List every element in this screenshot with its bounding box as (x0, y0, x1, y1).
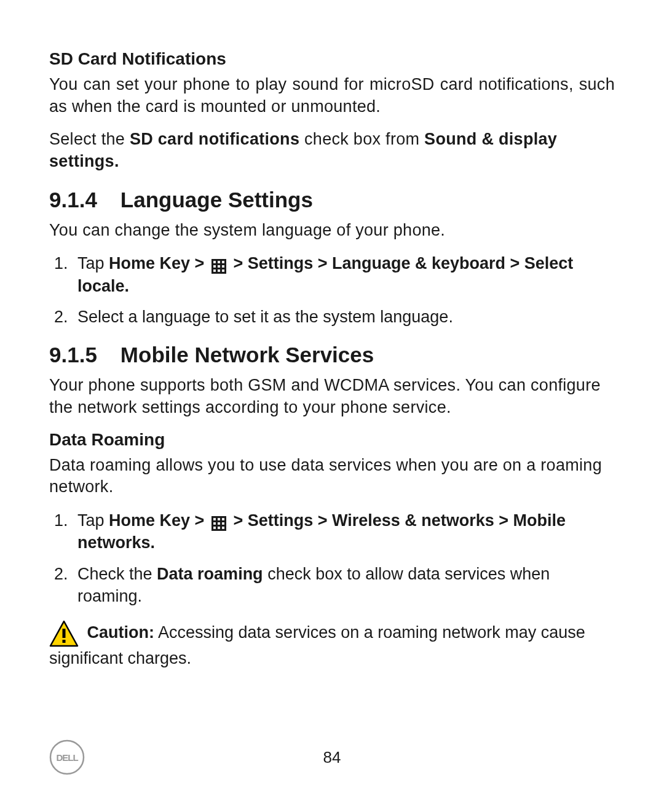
svg-rect-11 (213, 518, 216, 520)
subheading-data-roaming: Data Roaming (49, 430, 615, 450)
section-number-915: 9.1.5 (49, 343, 97, 367)
svg-rect-21 (63, 629, 66, 638)
heading-language: 9.1.4Language Settings (49, 188, 615, 212)
lang-step-2: Select a language to set it as the syste… (73, 306, 615, 328)
sd-p2-c: check box from (299, 130, 424, 148)
svg-rect-1 (213, 261, 216, 263)
lang-steps: Tap Home Key > > Settings > Language & k… (49, 252, 615, 328)
mobile-steps: Tap Home Key > > Settings > Wireless & n… (49, 509, 615, 608)
svg-rect-13 (222, 518, 224, 520)
section-number-914: 9.1.4 (49, 188, 97, 212)
svg-rect-3 (222, 261, 224, 263)
mobile-p1: Your phone supports both GSM and WCDMA s… (49, 375, 615, 418)
svg-rect-14 (213, 522, 216, 525)
page-number: 84 (85, 748, 579, 767)
lang-li1-b: Home Key > (109, 254, 209, 273)
section-title-mobile: Mobile Network Services (121, 343, 374, 367)
svg-rect-7 (213, 269, 216, 272)
sd-p2-a: Select the (49, 130, 130, 148)
svg-rect-8 (218, 269, 220, 272)
sd-p2: Select the SD card notifications check b… (49, 129, 615, 172)
warning-icon (49, 620, 79, 647)
svg-rect-16 (222, 522, 224, 525)
dell-logo-icon: DELL (49, 739, 85, 775)
svg-rect-19 (222, 527, 224, 529)
section-title-language: Language Settings (121, 188, 313, 212)
svg-rect-22 (63, 640, 66, 643)
lang-p1: You can change the system language of yo… (49, 220, 615, 242)
sd-p1: You can set your phone to play sound for… (49, 74, 615, 117)
page-footer: DELL 84 (49, 739, 615, 775)
svg-rect-17 (213, 527, 216, 529)
svg-rect-12 (218, 518, 220, 520)
mobile-li2-a: Check the (77, 565, 157, 583)
mobile-li1-a: Tap (77, 511, 109, 530)
caution-label: Caution: (87, 623, 154, 642)
svg-rect-15 (218, 522, 220, 525)
heading-mobile: 9.1.5Mobile Network Services (49, 343, 615, 367)
apps-grid-icon (211, 514, 226, 529)
caution-block: Caution: Accessing data services on a ro… (49, 620, 615, 669)
lang-li1-a: Tap (77, 254, 109, 273)
mobile-p2: Data roaming allows you to use data serv… (49, 455, 615, 498)
apps-grid-icon (211, 257, 226, 272)
sd-p2-b: SD card notifications (130, 130, 299, 148)
mobile-step-1: Tap Home Key > > Settings > Wireless & n… (73, 509, 615, 554)
svg-rect-4 (213, 265, 216, 268)
svg-rect-9 (222, 269, 224, 272)
svg-rect-18 (218, 527, 220, 529)
svg-rect-5 (218, 265, 220, 268)
svg-rect-2 (218, 261, 220, 263)
heading-sd-card: SD Card Notifications (49, 49, 615, 69)
mobile-li2-b: Data roaming (157, 565, 263, 583)
lang-step-1: Tap Home Key > > Settings > Language & k… (73, 252, 615, 297)
mobile-li1-b: Home Key > (109, 511, 209, 530)
svg-rect-6 (222, 265, 224, 268)
mobile-step-2: Check the Data roaming check box to allo… (73, 563, 615, 608)
svg-text:DELL: DELL (56, 752, 78, 763)
